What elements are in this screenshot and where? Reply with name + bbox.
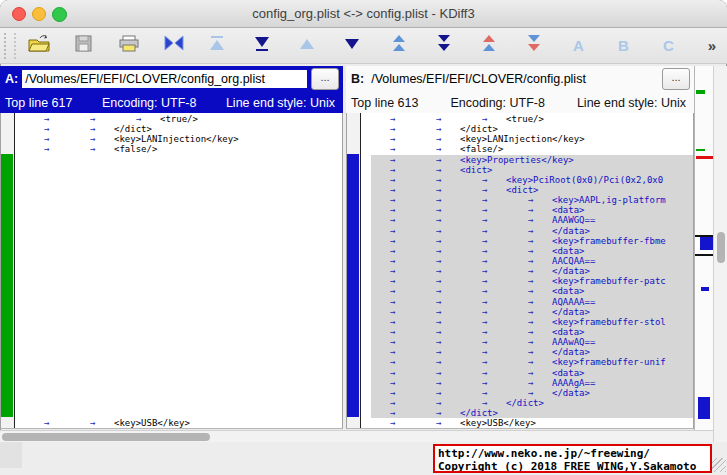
code-line-empty[interactable] — [25, 226, 342, 236]
code-line[interactable]: →→</dict> — [25, 124, 342, 134]
code-line[interactable]: →→<dict> — [371, 165, 693, 175]
code-line[interactable]: →→→→<key>framebuffer-unif — [371, 357, 693, 367]
pane-a-body[interactable]: →→→<true/>→→</dict>→→<key>LANInjection</… — [0, 113, 343, 429]
code-line[interactable]: →→<key>USB</key> — [371, 418, 693, 428]
code-line[interactable]: →→→→</data> — [371, 347, 693, 357]
code-line[interactable]: →→<key>Properties</key> — [371, 155, 693, 165]
diff-overview-column[interactable] — [694, 66, 714, 430]
tab-arrow-icon: → — [390, 205, 436, 215]
code-line[interactable]: →→<false/> — [25, 144, 342, 154]
code-line-empty[interactable] — [25, 286, 342, 296]
next-conflict-button[interactable] — [421, 31, 466, 61]
code-line-empty[interactable] — [25, 195, 342, 205]
code-line-empty[interactable] — [25, 357, 342, 367]
next-delta-button[interactable] — [331, 31, 376, 61]
select-b-button[interactable]: B — [601, 31, 646, 61]
code-line-empty[interactable] — [25, 368, 342, 378]
code-line-empty[interactable] — [25, 215, 342, 225]
code-line-empty[interactable] — [25, 165, 342, 175]
code-line-empty[interactable] — [25, 347, 342, 357]
pane-b-body[interactable]: →→→<true/>→→</dict>→→<key>LANInjection</… — [346, 113, 694, 429]
horizontal-scrollbar-thumb[interactable] — [2, 433, 210, 441]
code-line[interactable]: →→→→<data> — [371, 286, 693, 296]
code-line[interactable]: →→→→<key>framebuffer-stol — [371, 317, 693, 327]
code-line[interactable]: →→→→<key>framebuffer-fbme — [371, 236, 693, 246]
code-line[interactable]: →→→→AQAAAA== — [371, 297, 693, 307]
code-line[interactable]: →→→</dict> — [371, 398, 693, 408]
vertical-scrollbar-thumb[interactable] — [717, 232, 725, 263]
title-bar[interactable]: config_org.plist <-> config.plist - KDif… — [0, 0, 727, 28]
tab-arrow-icon: → — [436, 297, 482, 307]
tab-arrow-icon: → — [390, 388, 436, 398]
code-line[interactable]: →→→→AACQAA== — [371, 256, 693, 266]
code-line-empty[interactable] — [25, 327, 342, 337]
code-line-empty[interactable] — [25, 317, 342, 327]
code-line-empty[interactable] — [25, 246, 342, 256]
code-line-empty[interactable] — [25, 266, 342, 276]
code-line-empty[interactable] — [25, 337, 342, 347]
code-line-empty[interactable] — [25, 378, 342, 388]
code-line[interactable]: →→→→<key>AAPL,ig-platform — [371, 195, 693, 205]
code-line[interactable]: →→<key>LANInjection</key> — [371, 134, 693, 144]
code-line[interactable]: →→</dict> — [371, 124, 693, 134]
prev-conflict-button[interactable] — [376, 31, 421, 61]
resize-grip-icon[interactable] — [712, 458, 726, 472]
pane-a-browse-button[interactable]: ... — [311, 68, 339, 90]
code-line[interactable]: →→→→<key>framebuffer-patc — [371, 276, 693, 286]
pane-b-path-input[interactable] — [368, 70, 658, 88]
tab-arrow-icon: → — [528, 195, 552, 205]
pane-a-path-input[interactable] — [22, 70, 307, 88]
print-button[interactable] — [106, 31, 151, 61]
code-line-empty[interactable] — [25, 408, 342, 418]
code-line[interactable]: →→→<key>PciRoot(0x0)/Pci(0x2,0x0 — [371, 175, 693, 185]
code-line[interactable]: →→→→<data> — [371, 327, 693, 337]
code-line[interactable]: →→→→<data> — [371, 246, 693, 256]
first-delta-button[interactable] — [196, 31, 241, 61]
code-line-empty[interactable] — [25, 155, 342, 165]
code-line[interactable]: →→→→AAAWGQ== — [371, 215, 693, 225]
code-line[interactable]: →→→→</data> — [371, 226, 693, 236]
code-line-empty[interactable] — [25, 256, 342, 266]
code-line[interactable]: →→→→<data> — [371, 205, 693, 215]
code-line-empty[interactable] — [25, 185, 342, 195]
code-line-empty[interactable] — [25, 276, 342, 286]
prev-delta-button[interactable] — [286, 31, 331, 61]
pane-a-header: A: ... — [0, 66, 343, 92]
code-line[interactable]: →→<false/> — [371, 144, 693, 154]
code-line-empty[interactable] — [25, 175, 342, 185]
pane-b-code-lines[interactable]: →→→<true/>→→</dict>→→<key>LANInjection</… — [361, 114, 693, 428]
code-line[interactable]: →→→→AAAAgA== — [371, 378, 693, 388]
pane-a-code-lines[interactable]: →→→<true/>→→</dict>→→<key>LANInjection</… — [15, 114, 342, 428]
code-line[interactable]: →→→→</data> — [371, 266, 693, 276]
code-line[interactable]: →→→<dict> — [371, 185, 693, 195]
code-line[interactable]: →→→<true/> — [371, 114, 693, 124]
toolbar-overflow-button[interactable]: » — [697, 31, 727, 61]
code-line[interactable]: →→→<true/> — [25, 114, 342, 124]
code-line[interactable]: →→→→<data> — [371, 368, 693, 378]
toolbar-drag-handle[interactable] — [4, 33, 16, 59]
vertical-scrollbar[interactable] — [713, 66, 727, 442]
save-button[interactable] — [61, 31, 106, 61]
code-line-empty[interactable] — [25, 398, 342, 408]
next-unsolved-conflict-button[interactable] — [511, 31, 556, 61]
open-button[interactable] — [16, 31, 61, 61]
pane-b-browse-button[interactable]: ... — [662, 68, 690, 90]
code-line[interactable]: →→→→</data> — [371, 388, 693, 398]
reload-diff-button[interactable] — [151, 31, 196, 61]
last-delta-button[interactable] — [241, 31, 286, 61]
code-line-empty[interactable] — [25, 297, 342, 307]
code-line[interactable]: →→→→</data> — [371, 307, 693, 317]
code-line[interactable]: →→<key>USB</key> — [25, 418, 342, 428]
tab-arrow-icon: → — [436, 114, 482, 124]
code-line-empty[interactable] — [25, 307, 342, 317]
code-line-empty[interactable] — [25, 388, 342, 398]
prev-unsolved-conflict-button[interactable] — [466, 31, 511, 61]
code-line[interactable]: →→</dict> — [371, 408, 693, 418]
code-line-empty[interactable] — [25, 236, 342, 246]
tab-arrow-icon: → — [482, 337, 528, 347]
code-line[interactable]: →→<key>LANInjection</key> — [25, 134, 342, 144]
code-line[interactable]: →→→→AAAwAQ== — [371, 337, 693, 347]
code-line-empty[interactable] — [25, 205, 342, 215]
select-c-button[interactable]: C — [646, 31, 691, 61]
select-a-button[interactable]: A — [556, 31, 601, 61]
